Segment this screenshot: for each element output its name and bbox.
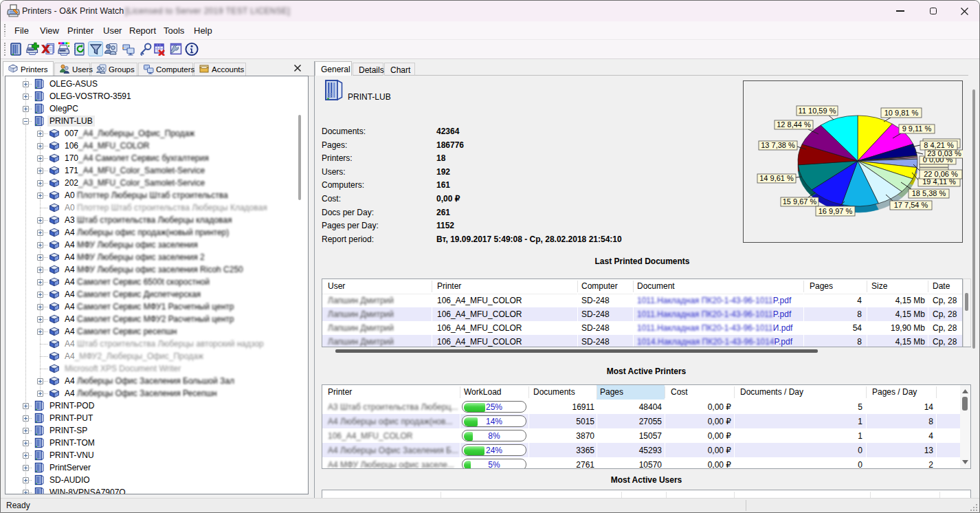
svg-text:14 9,61 %: 14 9,61 % (759, 174, 794, 182)
svg-text:12 8,44 %: 12 8,44 % (777, 120, 811, 129)
svg-text:9 9,11 %: 9 9,11 % (902, 124, 932, 133)
svg-text:11 10,59 %: 11 10,59 % (799, 107, 836, 115)
svg-text:23 0,03 %: 23 0,03 % (927, 149, 961, 157)
svg-text:22 0,06 %: 22 0,06 % (924, 170, 958, 178)
svg-text:16 9,97 %: 16 9,97 % (818, 207, 853, 215)
svg-text:8 4,21 %: 8 4,21 % (924, 141, 954, 149)
svg-text:15 9,67 %: 15 9,67 % (783, 197, 817, 206)
svg-text:18 5,38 %: 18 5,38 % (912, 189, 946, 197)
svg-text:13 7,38 %: 13 7,38 % (761, 141, 795, 149)
svg-text:10 9,81 %: 10 9,81 % (884, 109, 919, 117)
svg-text:17 7,54 %: 17 7,54 % (894, 201, 928, 209)
